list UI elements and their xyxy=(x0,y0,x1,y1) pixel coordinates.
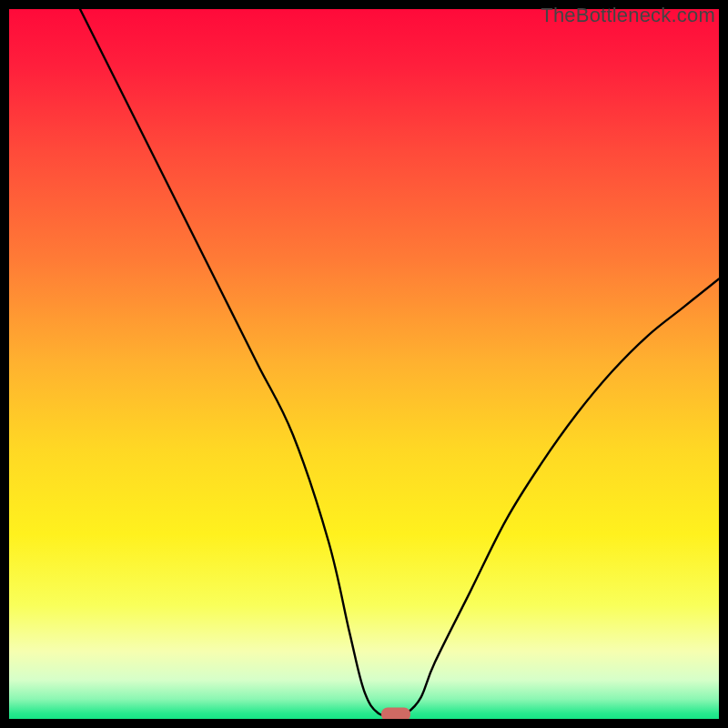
chart-frame: TheBottleneck.com xyxy=(0,0,728,728)
gradient-background xyxy=(9,9,719,719)
plot-area xyxy=(9,9,719,719)
watermark-text: TheBottleneck.com xyxy=(541,4,715,27)
optimal-point-marker xyxy=(381,707,410,719)
plot-svg xyxy=(9,9,719,719)
